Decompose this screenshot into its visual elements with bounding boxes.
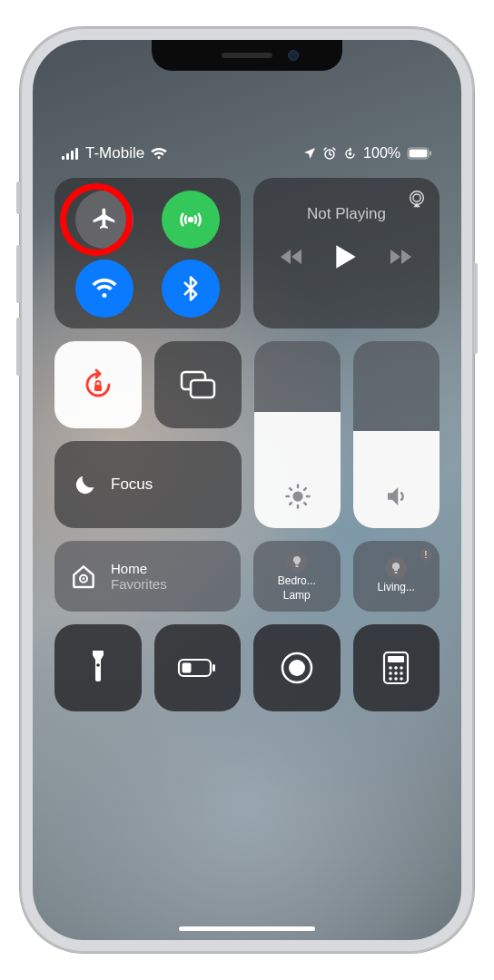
record-icon — [279, 650, 315, 686]
control-center: Not Playing — [54, 178, 440, 913]
svg-rect-26 — [388, 656, 404, 662]
volume-icon — [353, 483, 440, 510]
svg-rect-21 — [183, 663, 192, 673]
svg-rect-22 — [212, 664, 215, 671]
screen-record-button[interactable] — [253, 624, 341, 711]
home-button[interactable]: Home Favorites — [54, 541, 241, 612]
warning-badge-icon: ! — [420, 548, 432, 561]
battery-low-icon — [177, 657, 217, 679]
screen: T-Mobile 100% — [33, 40, 461, 940]
svg-point-9 — [189, 218, 193, 221]
accessory-label-2: Lamp — [283, 589, 311, 602]
airplane-mode-button[interactable] — [75, 191, 133, 249]
status-bar: T-Mobile 100% — [33, 144, 461, 162]
alarm-icon — [322, 147, 337, 160]
carrier-label: T-Mobile — [85, 144, 144, 162]
side-button — [474, 263, 478, 354]
airplane-icon — [91, 206, 118, 233]
svg-point-30 — [389, 671, 392, 675]
svg-rect-12 — [94, 385, 102, 391]
svg-point-17 — [83, 577, 85, 580]
svg-point-15 — [292, 491, 302, 501]
svg-point-34 — [394, 677, 398, 681]
volume-slider[interactable] — [353, 341, 440, 528]
svg-point-11 — [413, 194, 420, 201]
media-module[interactable]: Not Playing — [253, 178, 440, 328]
front-camera — [288, 50, 299, 61]
accessory-label-1: Bedro... — [278, 574, 316, 587]
svg-point-32 — [400, 671, 403, 675]
phone-frame: T-Mobile 100% — [20, 27, 474, 953]
svg-rect-3 — [75, 148, 78, 160]
speaker-grille — [222, 53, 272, 58]
accessory-label-1: Living... — [378, 581, 415, 593]
volume-up-button — [16, 245, 20, 303]
battery-percentage: 100% — [363, 145, 400, 162]
svg-point-31 — [394, 671, 398, 675]
moon-icon — [73, 472, 98, 497]
home-indicator[interactable] — [179, 926, 315, 931]
svg-point-27 — [389, 666, 392, 670]
rewind-button[interactable] — [280, 248, 305, 266]
svg-rect-14 — [191, 380, 214, 397]
connectivity-module[interactable] — [54, 178, 241, 328]
svg-rect-2 — [71, 151, 74, 160]
bluetooth-button[interactable] — [162, 260, 220, 318]
calculator-icon — [382, 651, 410, 685]
bluetooth-icon — [177, 275, 204, 302]
notch — [152, 40, 342, 71]
svg-point-29 — [400, 666, 403, 670]
location-icon — [303, 147, 316, 160]
svg-point-33 — [389, 677, 392, 681]
wifi-icon — [91, 275, 118, 302]
cellular-data-button[interactable] — [162, 191, 220, 249]
low-power-mode-button[interactable] — [154, 624, 242, 711]
home-subtitle: Favorites — [111, 576, 167, 592]
battery-icon — [407, 147, 432, 160]
bulb-icon — [286, 551, 308, 573]
volume-down-button — [16, 318, 20, 376]
svg-point-18 — [96, 663, 100, 667]
flashlight-button[interactable] — [54, 624, 142, 711]
wifi-button[interactable] — [75, 260, 133, 318]
media-title: Not Playing — [268, 205, 425, 223]
calculator-button[interactable] — [353, 624, 440, 711]
orientation-lock-icon — [80, 367, 116, 403]
svg-rect-5 — [349, 152, 351, 155]
flashlight-icon — [88, 650, 108, 686]
svg-rect-19 — [93, 651, 104, 653]
mute-switch — [16, 181, 20, 214]
brightness-slider[interactable] — [254, 341, 341, 528]
forward-button[interactable] — [387, 248, 412, 266]
airplay-icon[interactable] — [407, 189, 427, 209]
svg-point-10 — [410, 191, 424, 205]
svg-rect-0 — [62, 156, 64, 160]
svg-point-35 — [400, 677, 403, 681]
screen-mirroring-button[interactable] — [154, 341, 242, 428]
accessory-living[interactable]: ! Living... — [353, 541, 440, 612]
accessory-bedroom-lamp[interactable]: Bedro... Lamp — [253, 541, 341, 612]
focus-label: Focus — [111, 475, 153, 494]
wifi-status-icon — [150, 147, 168, 160]
home-icon — [69, 562, 98, 591]
antenna-icon — [177, 206, 204, 233]
svg-point-24 — [289, 660, 305, 676]
home-title: Home — [111, 561, 167, 576]
svg-rect-7 — [410, 150, 428, 158]
orientation-lock-status-icon — [343, 147, 357, 161]
bulb-icon — [385, 557, 407, 579]
orientation-lock-button[interactable] — [54, 341, 142, 428]
svg-point-28 — [394, 666, 398, 670]
focus-button[interactable]: Focus — [54, 441, 242, 528]
cellular-signal-icon — [62, 147, 80, 160]
svg-rect-1 — [66, 153, 69, 160]
brightness-icon — [254, 483, 341, 510]
svg-rect-8 — [430, 152, 431, 156]
play-button[interactable] — [334, 243, 358, 270]
screen-mirroring-icon — [179, 369, 217, 400]
